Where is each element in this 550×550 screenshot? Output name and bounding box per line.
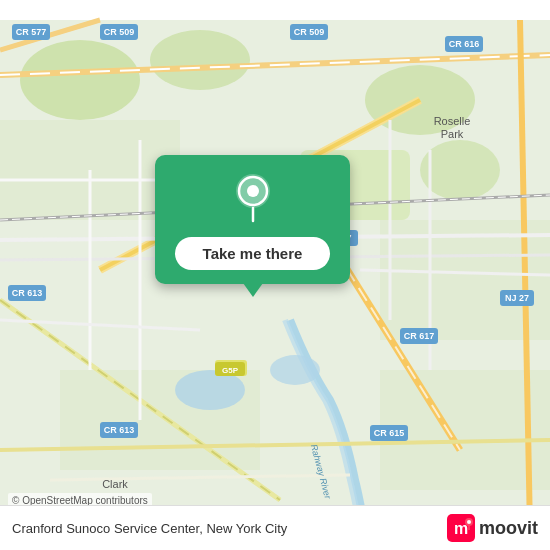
svg-text:CR 613: CR 613 [12, 288, 43, 298]
svg-text:CR 613: CR 613 [104, 425, 135, 435]
location-pin-icon [233, 173, 273, 223]
green-card[interactable]: Take me there [155, 155, 350, 284]
moovit-icon: m [447, 514, 475, 542]
svg-point-66 [247, 185, 259, 197]
svg-text:G5P: G5P [222, 366, 239, 375]
map-container: CR 509 CR 509 CR 616 617 CR 613 NJ 27 CR… [0, 0, 550, 550]
moovit-label: moovit [479, 518, 538, 539]
pin-icon-container [233, 173, 273, 227]
svg-point-70 [467, 520, 471, 524]
svg-text:CR 616: CR 616 [449, 39, 480, 49]
svg-text:CR 509: CR 509 [104, 27, 135, 37]
take-me-there-button[interactable]: Take me there [175, 237, 330, 270]
svg-text:Clark: Clark [102, 478, 128, 490]
card-tail [243, 283, 263, 297]
svg-text:NJ 27: NJ 27 [505, 293, 529, 303]
svg-text:CR 615: CR 615 [374, 428, 405, 438]
svg-point-4 [420, 140, 500, 200]
svg-text:Park: Park [441, 128, 464, 140]
svg-text:CR 577: CR 577 [16, 27, 47, 37]
location-label: Cranford Sunoco Service Center, New York… [12, 521, 287, 536]
svg-point-2 [150, 30, 250, 90]
svg-text:CR 617: CR 617 [404, 331, 435, 341]
svg-point-1 [20, 40, 140, 120]
svg-text:Roselle: Roselle [434, 115, 471, 127]
card-overlay: Take me there [155, 155, 350, 297]
moovit-logo: m moovit [447, 514, 538, 542]
bottom-bar: Cranford Sunoco Service Center, New York… [0, 505, 550, 550]
svg-point-11 [270, 355, 320, 385]
svg-text:CR 509: CR 509 [294, 27, 325, 37]
